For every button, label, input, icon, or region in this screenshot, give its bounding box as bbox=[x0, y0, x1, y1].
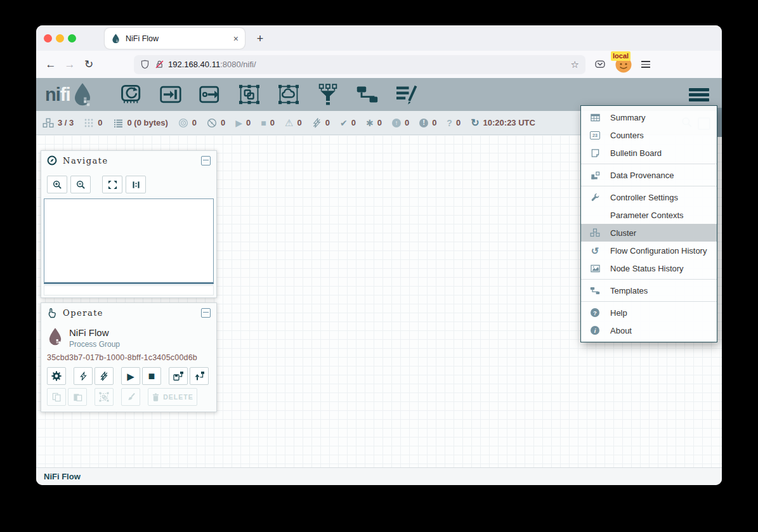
selection-name: NiFi Flow bbox=[69, 325, 120, 338]
close-window-button[interactable] bbox=[44, 34, 52, 42]
zoom-out-button[interactable] bbox=[70, 176, 91, 193]
birdseye-minimap[interactable] bbox=[44, 198, 214, 284]
browser-toolbar: ← → ↻ 192.168.40.11:8080/nifi/ ☆ bbox=[36, 51, 722, 79]
upload-template-button[interactable] bbox=[190, 367, 209, 385]
menu-item-about[interactable]: i About bbox=[581, 321, 717, 339]
collapse-navigate-button[interactable] bbox=[201, 156, 211, 165]
back-button[interactable]: ← bbox=[41, 58, 60, 71]
process-group-icon[interactable] bbox=[238, 83, 261, 106]
stale-icon: ↑ bbox=[392, 119, 401, 127]
menu-item-flow-configuration-history[interactable]: ↺ Flow Configuration History bbox=[581, 242, 717, 259]
stop-button[interactable]: ■ bbox=[142, 367, 161, 385]
insecure-lock-icon[interactable] bbox=[155, 60, 164, 69]
output-port-icon[interactable] bbox=[199, 83, 221, 106]
menu-divider bbox=[581, 164, 717, 164]
template-icon[interactable] bbox=[356, 83, 379, 106]
nifi-global-menu-button[interactable] bbox=[689, 88, 709, 101]
component-toolbar bbox=[120, 83, 418, 106]
delete-button[interactable]: DELETE bbox=[148, 388, 197, 406]
active-threads-icon bbox=[84, 118, 94, 128]
status-sync-failure: ? 0 bbox=[447, 118, 461, 127]
enable-button[interactable] bbox=[74, 367, 93, 385]
reload-button[interactable]: ↻ bbox=[79, 58, 98, 71]
label-icon[interactable] bbox=[395, 83, 418, 106]
status-disabled: 0 bbox=[312, 118, 330, 128]
navigate-palette: Navigate bbox=[41, 150, 217, 298]
new-tab-button[interactable]: + bbox=[252, 30, 268, 47]
counters-icon: 23 bbox=[590, 131, 600, 139]
zoom-in-button[interactable] bbox=[47, 176, 67, 193]
start-button[interactable]: ▶ bbox=[121, 367, 140, 385]
tab-strip: NiFi Flow × + bbox=[36, 25, 722, 51]
trash-icon bbox=[152, 393, 160, 402]
menu-item-help[interactable]: ? Help bbox=[581, 304, 717, 321]
forward-button[interactable]: → bbox=[60, 58, 79, 71]
nifi-favicon-icon bbox=[111, 34, 121, 43]
nifi-drop-logo-icon bbox=[72, 82, 93, 107]
cluster-icon bbox=[590, 228, 600, 237]
breadcrumb[interactable]: NiFi Flow bbox=[44, 472, 81, 481]
pocket-icon[interactable] bbox=[594, 60, 606, 70]
flow-configuration-history-icon: ↺ bbox=[591, 246, 599, 256]
configure-button[interactable] bbox=[47, 367, 66, 385]
profile-badge: local bbox=[611, 51, 631, 61]
menu-divider bbox=[581, 301, 717, 302]
copy-button[interactable] bbox=[47, 388, 66, 406]
profile-avatar[interactable]: local bbox=[615, 56, 632, 74]
status-not-transmitting: 0 bbox=[207, 118, 225, 128]
help-icon: ? bbox=[591, 308, 599, 317]
toolbar-right-cluster: local bbox=[594, 56, 650, 74]
minimize-window-button[interactable] bbox=[56, 34, 64, 42]
global-menu: Summary 23 Counters Bulletin Board Data … bbox=[580, 105, 717, 342]
fill-color-button[interactable] bbox=[121, 388, 140, 406]
menu-divider bbox=[581, 279, 717, 280]
last-refreshed-time: 10:20:23 UTC bbox=[483, 118, 535, 127]
cluster-icon bbox=[42, 118, 54, 128]
menu-item-parameter-contexts[interactable]: Parameter Contexts bbox=[581, 206, 717, 224]
close-tab-icon[interactable]: × bbox=[233, 34, 239, 44]
funnel-icon[interactable] bbox=[317, 83, 339, 106]
status-invalid: ⚠ 0 bbox=[285, 118, 302, 127]
stopped-icon: ■ bbox=[261, 119, 266, 127]
controller-settings-icon bbox=[591, 193, 600, 202]
menu-item-node-status-history[interactable]: Node Status History bbox=[581, 259, 717, 277]
processor-icon[interactable] bbox=[120, 83, 143, 106]
refresh-icon[interactable]: ↻ bbox=[471, 117, 479, 129]
menu-item-controller-settings[interactable]: Controller Settings bbox=[581, 188, 717, 206]
input-port-icon[interactable] bbox=[159, 83, 182, 106]
remote-process-group-icon[interactable] bbox=[277, 83, 300, 106]
browser-menu-button[interactable] bbox=[641, 61, 650, 68]
collapse-operate-button[interactable] bbox=[201, 308, 211, 318]
status-queued: 0 (0 bytes) bbox=[113, 118, 168, 128]
menu-item-data-provenance[interactable]: Data Provenance bbox=[581, 166, 717, 184]
status-bar-right-strip bbox=[717, 108, 722, 137]
nifi-logo: nifi bbox=[45, 82, 93, 107]
group-button[interactable] bbox=[95, 388, 114, 406]
disable-button[interactable] bbox=[95, 367, 114, 385]
compass-icon bbox=[47, 155, 57, 165]
paste-button[interactable] bbox=[68, 388, 87, 406]
menu-item-templates[interactable]: Templates bbox=[581, 282, 717, 299]
refresh-status[interactable]: ↻ 10:20:23 UTC bbox=[471, 117, 535, 129]
zoom-window-button[interactable] bbox=[68, 34, 76, 42]
stop-icon: ■ bbox=[148, 370, 155, 382]
delete-label: DELETE bbox=[163, 393, 193, 401]
url-bar[interactable]: 192.168.40.11:8080/nifi/ ☆ bbox=[134, 55, 585, 74]
locally-modified-icon: ✱ bbox=[366, 119, 374, 127]
sync-failure-icon: ? bbox=[447, 119, 452, 127]
bookmark-star-icon[interactable]: ☆ bbox=[571, 59, 579, 70]
create-template-button[interactable] bbox=[169, 367, 188, 385]
up-to-date-icon: ✔ bbox=[340, 119, 348, 127]
breadcrumb-bar: NiFi Flow bbox=[36, 467, 722, 485]
zoom-fit-button[interactable] bbox=[102, 176, 122, 193]
menu-item-bulletin-board[interactable]: Bulletin Board bbox=[581, 144, 717, 162]
menu-item-counters[interactable]: 23 Counters bbox=[581, 126, 717, 144]
status-stopped: ■ 0 bbox=[261, 118, 275, 127]
birdseye-scroll-strip[interactable] bbox=[44, 285, 214, 295]
menu-item-cluster[interactable]: Cluster bbox=[581, 224, 717, 242]
browser-tab[interactable]: NiFi Flow × bbox=[105, 28, 245, 49]
zoom-actual-size-button[interactable] bbox=[126, 176, 146, 193]
summary-icon bbox=[591, 113, 600, 122]
tracking-shield-icon[interactable] bbox=[140, 60, 150, 69]
menu-item-summary[interactable]: Summary bbox=[581, 108, 717, 126]
